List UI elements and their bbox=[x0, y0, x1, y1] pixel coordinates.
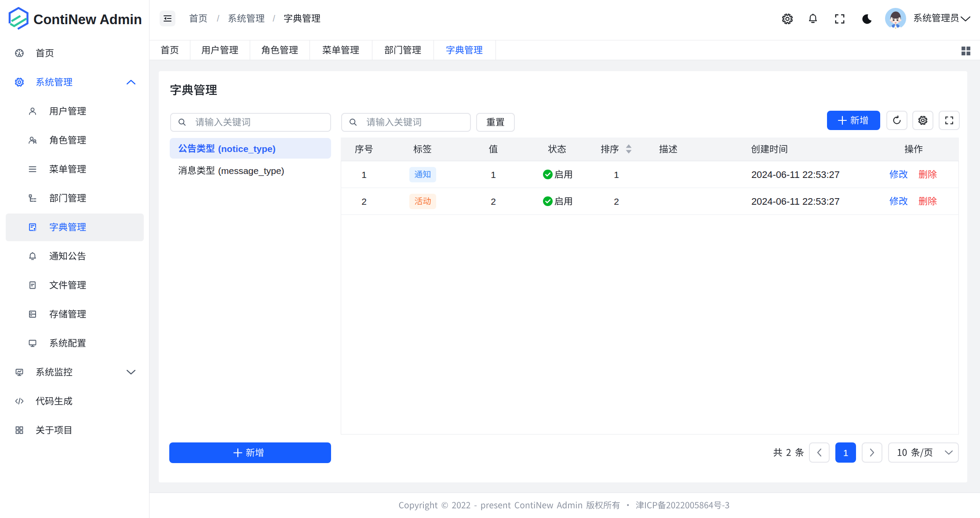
svg-text:/: / bbox=[217, 14, 219, 23]
svg-text:(message_type): (message_type) bbox=[218, 166, 284, 176]
svg-text:(notice_type): (notice_type) bbox=[218, 144, 276, 154]
svg-text:1: 1 bbox=[843, 448, 849, 458]
svg-text:2: 2 bbox=[491, 196, 496, 206]
svg-text:2024-06-11 22:53:27: 2024-06-11 22:53:27 bbox=[751, 169, 840, 180]
svg-text:1: 1 bbox=[361, 170, 367, 180]
svg-text:/: / bbox=[273, 14, 275, 23]
svg-text:ContiNew Admin: ContiNew Admin bbox=[33, 12, 142, 27]
svg-text:2: 2 bbox=[614, 196, 619, 206]
svg-text:1: 1 bbox=[614, 170, 619, 180]
svg-text:2024-06-11 22:53:27: 2024-06-11 22:53:27 bbox=[751, 196, 840, 207]
svg-text:2: 2 bbox=[361, 196, 367, 206]
svg-text:1: 1 bbox=[491, 170, 496, 180]
